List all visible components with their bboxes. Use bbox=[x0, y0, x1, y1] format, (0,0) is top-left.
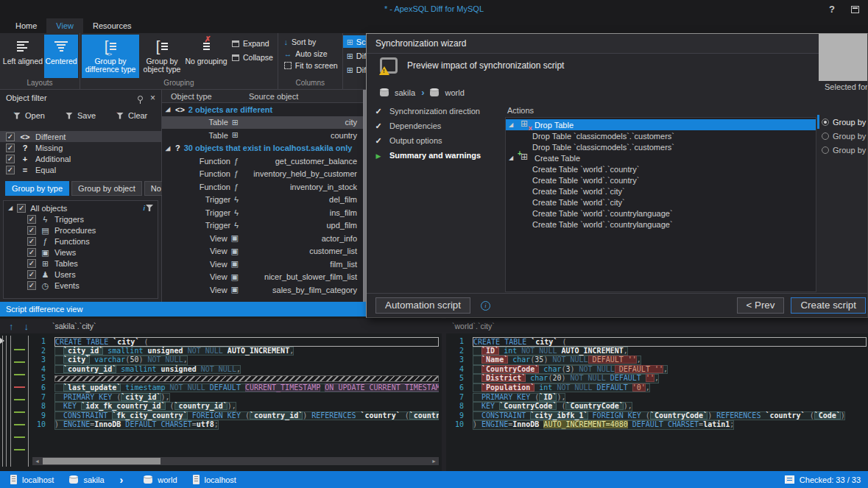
grid-row[interactable]: View nicer_but_slower_film_list bbox=[162, 271, 366, 284]
centered-button[interactable]: Centered bbox=[44, 35, 78, 78]
expander-icon[interactable]: ◢ bbox=[509, 121, 516, 128]
fit-to-screen-button[interactable]: Fit to screen bbox=[284, 61, 338, 70]
grid-row[interactable]: Table city bbox=[162, 116, 366, 130]
group-by-difference-type-button[interactable]: [<> Group by difference type bbox=[82, 35, 139, 78]
left-aligned-button[interactable]: Left aligned bbox=[1, 35, 44, 78]
action-row[interactable]: Create Table `world`.`city` bbox=[506, 197, 816, 208]
tree-item-row[interactable]: ✓ Tables bbox=[4, 258, 158, 269]
tree-item-row[interactable]: ✓ Users bbox=[4, 269, 158, 280]
save-filter-button[interactable]: ↓ Save bbox=[66, 111, 96, 120]
prev-button[interactable]: < Prev bbox=[737, 297, 785, 314]
grid-row[interactable]: Table country bbox=[162, 129, 366, 142]
ribbon-tab[interactable]: Resources bbox=[83, 18, 141, 33]
automation-script-button[interactable]: Automation script bbox=[375, 297, 470, 314]
sort-by-button[interactable]: ↓ Sort by bbox=[284, 38, 338, 46]
scroll-left-icon[interactable]: ◄ bbox=[32, 457, 42, 465]
action-row[interactable]: Drop Table `classicmodels`.`customers` bbox=[506, 130, 816, 141]
grid-row[interactable]: View actor_info bbox=[162, 232, 366, 245]
checkbox[interactable]: ✓ bbox=[27, 248, 36, 257]
scroll-right-icon[interactable]: ► bbox=[429, 457, 439, 465]
tree-item-row[interactable]: ✓ Events bbox=[4, 280, 158, 291]
collapse-button[interactable]: Collapse bbox=[232, 53, 273, 62]
expand-button[interactable]: Expand bbox=[232, 39, 273, 48]
diff-map[interactable] bbox=[10, 336, 29, 467]
tree-item-row[interactable]: ✓ Functions bbox=[4, 236, 158, 247]
auto-size-button[interactable]: ↔ Auto size bbox=[284, 49, 338, 58]
checkbox[interactable]: ✓ bbox=[6, 166, 15, 174]
grid-row[interactable]: View customer_list bbox=[162, 245, 366, 258]
close-icon[interactable]: × bbox=[150, 93, 155, 102]
checkbox[interactable]: ✓ bbox=[27, 270, 36, 279]
action-row[interactable]: Drop Table `classicmodels`.`customers` bbox=[506, 141, 816, 152]
grid-row[interactable]: Function get_customer_balance bbox=[162, 155, 366, 168]
wizard-step[interactable]: Output options bbox=[374, 133, 504, 148]
filter-row[interactable]: ✓ = Equal bbox=[0, 164, 161, 175]
filter-icon[interactable]: i bbox=[143, 205, 153, 212]
grid-row[interactable]: View sales_by_film_category bbox=[162, 283, 366, 297]
filter-row[interactable]: ✓ + Additional bbox=[0, 153, 161, 164]
action-row[interactable]: Create Table `world`.`country` bbox=[506, 174, 816, 185]
checkbox[interactable]: ✓ bbox=[6, 155, 15, 163]
clear-filter-button[interactable]: ✗ Clear bbox=[116, 111, 147, 120]
checkbox[interactable]: ✓ bbox=[6, 132, 15, 141]
checkbox[interactable]: ✓ bbox=[27, 259, 36, 268]
grid-row[interactable]: Function inventory_in_stock bbox=[162, 180, 366, 194]
radio-button[interactable] bbox=[822, 146, 829, 154]
ribbon-tab[interactable]: Home bbox=[6, 18, 46, 33]
grid-row[interactable]: ◢ <> 2 objects are different bbox=[162, 103, 366, 116]
column-header-source-object[interactable]: Source object bbox=[244, 90, 366, 102]
radio-button[interactable] bbox=[822, 132, 829, 140]
checkbox[interactable]: ✓ bbox=[27, 215, 36, 224]
grid-row[interactable]: Trigger del_film bbox=[162, 194, 366, 207]
action-row[interactable]: Create Table `world`.`country` bbox=[506, 163, 816, 174]
action-row[interactable]: Create Table `world`.`countrylanguage` bbox=[506, 219, 816, 230]
previous-difference-icon[interactable]: ↑ bbox=[9, 321, 14, 332]
action-row[interactable]: ◢ Drop Table bbox=[506, 119, 816, 130]
action-row[interactable]: Create Table `world`.`countrylanguage` bbox=[506, 208, 816, 219]
filter-row[interactable]: ✓ <> Different bbox=[0, 131, 161, 142]
open-filter-button[interactable]: ↻ Open bbox=[13, 111, 45, 120]
checkbox[interactable]: ✓ bbox=[17, 204, 26, 213]
pin-icon[interactable] bbox=[138, 96, 143, 101]
tree-item-row[interactable]: ✓ Procedures bbox=[4, 224, 158, 236]
wizard-step[interactable]: Summary and warnings bbox=[374, 148, 504, 163]
next-difference-icon[interactable]: ↓ bbox=[24, 321, 29, 332]
create-script-button[interactable]: Create script bbox=[791, 297, 866, 314]
expander-icon[interactable]: ◢ bbox=[162, 145, 171, 152]
diff-map-rail[interactable] bbox=[2, 336, 7, 467]
wizard-step[interactable]: Synchronization direction bbox=[374, 104, 504, 119]
info-icon[interactable]: i bbox=[481, 301, 490, 311]
radio-button[interactable] bbox=[822, 119, 829, 126]
grouping-tab[interactable]: Group by type bbox=[5, 181, 69, 196]
action-row[interactable]: Create Table `world`.`city` bbox=[506, 185, 816, 197]
help-icon[interactable]: ? bbox=[829, 4, 835, 15]
grid-row[interactable]: View film_list bbox=[162, 258, 366, 271]
grid-row[interactable]: Function inventory_held_by_customer bbox=[162, 168, 366, 181]
checkbox[interactable]: ✓ bbox=[6, 144, 15, 152]
group-by-radio-row[interactable]: Group by exe bbox=[817, 115, 867, 129]
checkbox[interactable]: ✓ bbox=[27, 237, 36, 246]
checkbox[interactable]: ✓ bbox=[27, 281, 36, 290]
horizontal-scrollbar[interactable]: ◄ ► bbox=[32, 457, 439, 465]
ribbon-tab[interactable]: View bbox=[46, 18, 83, 33]
group-by-object-type-button[interactable]: [ Group by object type bbox=[139, 35, 185, 78]
expander-icon[interactable]: ◢ bbox=[8, 205, 13, 211]
group-by-radio-row[interactable]: Group by act bbox=[817, 143, 867, 157]
tree-item-row[interactable]: ✓ Triggers bbox=[4, 213, 158, 224]
expander-icon[interactable]: ◢ bbox=[509, 155, 516, 161]
grid-row[interactable]: Trigger ins_film bbox=[162, 206, 366, 219]
column-header-object-type[interactable]: Object type bbox=[162, 90, 244, 102]
group-by-radio-row[interactable]: Group by obj bbox=[817, 129, 867, 143]
no-grouping-button[interactable]: ✗ No grouping bbox=[185, 35, 227, 78]
grouping-tab[interactable]: Group by object bbox=[71, 181, 142, 196]
grid-row[interactable]: Trigger upd_film bbox=[162, 219, 366, 233]
wizard-step[interactable]: Dependencies bbox=[374, 119, 504, 133]
expander-icon[interactable]: ◢ bbox=[162, 106, 171, 113]
scrollbar-thumb[interactable] bbox=[43, 458, 160, 464]
filter-row[interactable]: ✓ ? Missing bbox=[0, 142, 161, 153]
tree-root-row[interactable]: ◢ ✓ All objects i bbox=[4, 202, 158, 213]
action-row[interactable]: ◢ Create Table bbox=[506, 152, 816, 163]
maximize-icon[interactable] bbox=[851, 6, 859, 13]
checkbox[interactable]: ✓ bbox=[27, 226, 36, 235]
tree-item-row[interactable]: ✓ Views bbox=[4, 247, 158, 258]
